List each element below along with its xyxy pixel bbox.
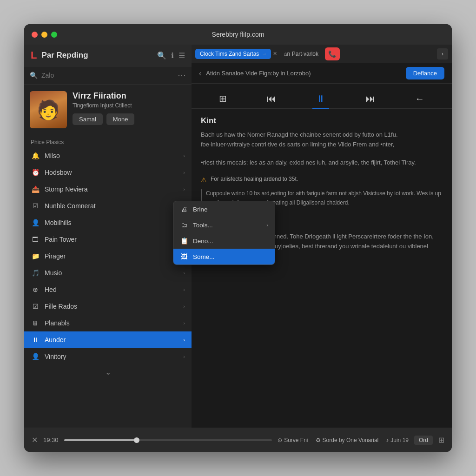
meta-surve: ⊙ Surve Fni: [278, 437, 308, 443]
arrow-icon: ›: [183, 337, 185, 343]
menu-item-brine[interactable]: 🖨 Brine: [173, 201, 275, 217]
view-toggle-button[interactable]: ⊞: [438, 436, 444, 444]
deno-icon: 📋: [180, 237, 188, 245]
arrow-icon: ›: [183, 320, 185, 326]
progress-fill: [64, 439, 137, 441]
titlebar: Serebbry fliIp.com: [24, 24, 452, 45]
meta-sorde: ♻ Sorde by One Vonarial: [316, 437, 379, 443]
back-arrow-button[interactable]: ←: [411, 90, 428, 108]
sidebar-item-fille-rados[interactable]: ☑ Fille Rados ›: [24, 298, 192, 315]
call-button[interactable]: 📞: [325, 47, 340, 60]
arrow-icon: ›: [183, 186, 185, 192]
arrow-icon: ›: [183, 153, 185, 159]
more-options-icon[interactable]: ⋯: [178, 70, 186, 80]
arrow-icon: ›: [183, 287, 185, 292]
info-icon[interactable]: ℹ: [171, 51, 174, 60]
musio-icon: 🎵: [31, 268, 40, 278]
samal-button[interactable]: Samal: [73, 113, 103, 125]
section-title-kint: Kint: [201, 116, 443, 126]
deflance-button[interactable]: Deflance: [406, 67, 444, 79]
nunble-icon: ☑: [31, 201, 40, 211]
content-header: ‹ Atidn Sanaloe Vide Fign:by in Lorzobo)…: [192, 63, 452, 84]
tools-icon: 🗂: [180, 221, 188, 229]
submenu-arrow-icon: ›: [266, 222, 268, 228]
time-display: 19:30: [43, 436, 59, 443]
sidebar-item-stomp-neviera[interactable]: 📤 Stomp Neviera ›: [24, 181, 192, 198]
menu-item-deno[interactable]: 📋 Deno...: [173, 233, 275, 249]
tab-label: ⌂n Part·varlok: [284, 51, 318, 57]
fille-rados-icon: ☑: [31, 302, 40, 311]
profile-subtitle: Tingefiorm Injust Ctiliect: [73, 102, 186, 109]
content-area: Kint Bach us haw the Nomer Ranagd the ch…: [192, 109, 452, 428]
expand-icon[interactable]: ⌄: [105, 368, 111, 377]
grid-view-button[interactable]: ⊞: [215, 89, 231, 108]
pause-button[interactable]: ⏸: [312, 90, 329, 109]
sidebar-item-pain-tower[interactable]: 🗔 Pain Tower ›: [24, 231, 192, 248]
search-input[interactable]: [41, 72, 174, 79]
sidebar-item-pirager[interactable]: 📁 Pirager ›: [24, 248, 192, 264]
planabls-icon: 🖥: [31, 318, 40, 328]
maximize-button[interactable]: [51, 32, 57, 38]
bottom-meta: ⊙ Surve Fni ♻ Sorde by One Vonarial ♪ Ju…: [278, 437, 409, 443]
search-icon[interactable]: 🔍: [157, 51, 166, 60]
section-body-kint: Bach us haw the Nomer Ranagd the chainbe…: [201, 130, 443, 150]
profile-name: Virrz Fiiration: [73, 91, 186, 101]
arrow-icon: ›: [183, 170, 185, 175]
tabs-bar: Clock Tims Zand Sartas → ✕ ⌂n Part·varlo…: [192, 45, 452, 63]
search-icon: 🔍: [30, 72, 38, 79]
progress-thumb: [134, 437, 139, 443]
sidebar-item-musio[interactable]: 🎵 Musio ›: [24, 264, 192, 281]
window-title: Serebbry fliIp.com: [212, 31, 264, 38]
aunder-icon: ⏸: [31, 335, 40, 344]
tab-next-button[interactable]: ›: [437, 48, 448, 60]
profile-info: Virrz Fiiration Tingefiorm Injust Ctilie…: [73, 91, 186, 125]
music-note-icon: ♪: [386, 437, 389, 443]
close-icon[interactable]: ✕: [32, 436, 38, 444]
hed-icon: ⊕: [31, 285, 40, 294]
next-button[interactable]: ⏭: [362, 90, 379, 108]
section-body-2: •rlest this mocals; les as an daly, exio…: [201, 158, 443, 168]
sidebar-item-planabls[interactable]: 🖥 Planabls ›: [24, 315, 192, 331]
nav-list: 🔔 Milso › ⏰ Hodsbow › 📤 Stomp Neviera › …: [24, 147, 192, 365]
milso-icon: 🔔: [31, 151, 40, 160]
avatar-image: 🧑: [30, 91, 67, 128]
player-controls: ⊞ ⏮ ⏸ ⏭ ←: [192, 84, 452, 109]
warning-row: ⚠ For ariisfects healing ardend to 35t.: [201, 176, 443, 184]
tab-close-icon[interactable]: ✕: [273, 51, 277, 57]
mobilhills-icon: 👤: [31, 218, 40, 227]
sidebar-item-hodsbow[interactable]: ⏰ Hodsbow ›: [24, 164, 192, 181]
section-label: Phice Plasics: [24, 135, 192, 147]
mone-button[interactable]: Mone: [106, 113, 135, 125]
pirager-icon: 📁: [31, 251, 40, 261]
tab-clock-tims[interactable]: Clock Tims Zand Sartas →: [195, 49, 271, 59]
app-logo-icon: L: [31, 49, 37, 61]
tab-part-varlok[interactable]: ⌂n Part·varlok: [279, 49, 323, 59]
some-icon: 🖼: [180, 253, 188, 260]
traffic-lights: [32, 32, 57, 38]
sidebar-item-vinitory[interactable]: 👤 Vinitory ›: [24, 348, 192, 365]
sidebar-bottom: ⌄: [24, 365, 192, 379]
hodsbow-icon: ⏰: [31, 168, 40, 177]
sidebar-item-aunder[interactable]: ⏸ Aunder ›: [24, 331, 192, 348]
stomp-icon: 📤: [31, 185, 40, 194]
sidebar-item-milso[interactable]: 🔔 Milso ›: [24, 147, 192, 164]
profile-buttons: Samal Mone: [73, 113, 186, 125]
progress-bar[interactable]: [64, 439, 272, 441]
tab-arrow-icon: →: [262, 51, 266, 56]
ord-button[interactable]: Ord: [414, 436, 433, 445]
menu-icon[interactable]: ☰: [178, 51, 185, 60]
sidebar-item-mobilhills[interactable]: 👤 Mobilhills ›: [24, 214, 192, 231]
menu-item-tools[interactable]: 🗂 Tools... ›: [173, 217, 275, 233]
profile-card: 🧑 Virrz Fiiration Tingefiorm Injust Ctil…: [24, 85, 192, 135]
back-button[interactable]: ‹: [199, 69, 201, 78]
close-button[interactable]: [32, 32, 38, 38]
menu-item-some[interactable]: 🖼 Some...: [173, 249, 275, 264]
breadcrumb: Atidn Sanaloe Vide Fign:by in Lorzobo): [206, 70, 401, 77]
app-window: Serebbry fliIp.com L Par Repding 🔍 ℹ ☰ 🔍…: [24, 24, 452, 452]
context-menu: 🖨 Brine 🗂 Tools... › 📋 Deno... 🖼 Some...: [173, 201, 275, 265]
sidebar-item-nunble-comnerat[interactable]: ☑ Nunble Comnerat 🐦: [24, 198, 192, 214]
minimize-button[interactable]: [41, 32, 47, 38]
prev-button[interactable]: ⏮: [263, 90, 280, 108]
search-bar: 🔍 ⋯: [24, 66, 192, 85]
sidebar-item-hed[interactable]: ⊕ Hed ›: [24, 281, 192, 298]
